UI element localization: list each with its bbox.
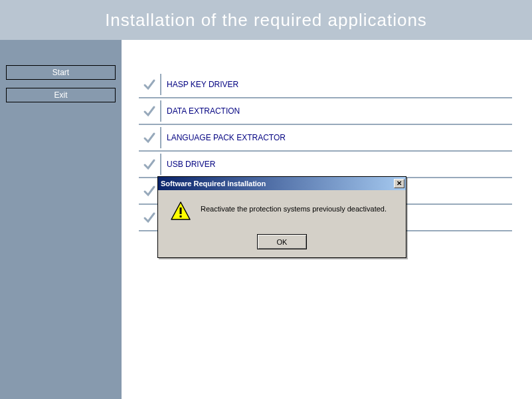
install-item-label: HASP KEY DRIVER [167, 80, 238, 89]
install-item: USB DRIVER [139, 152, 512, 178]
check-icon [139, 77, 160, 92]
check-icon [139, 130, 160, 145]
modal-titlebar[interactable]: Software Required installation ✕ [158, 177, 406, 190]
page-title: Installation of the required application… [105, 10, 427, 31]
install-item: HASP KEY DRIVER [139, 72, 512, 98]
install-item-label: DATA EXTRACTION [167, 106, 240, 116]
install-item-label: LANGUAGE PACK EXTRACTOR [167, 133, 286, 142]
ok-button[interactable]: OK [257, 234, 307, 249]
install-item: DATA EXTRACTION [139, 98, 512, 125]
close-icon[interactable]: ✕ [394, 179, 404, 188]
start-button[interactable]: Start [6, 65, 116, 80]
check-icon [139, 157, 160, 172]
svg-rect-0 [180, 207, 182, 214]
header: Installation of the required application… [0, 0, 532, 40]
modal-title: Software Required installation [161, 180, 266, 188]
install-item: LANGUAGE PACK EXTRACTOR [139, 125, 512, 152]
modal-body: Reactivate the protection systems previo… [158, 190, 406, 257]
sidebar: Start Exit [0, 40, 122, 399]
exit-button[interactable]: Exit [6, 88, 116, 102]
modal-dialog: Software Required installation ✕ Reactiv… [157, 176, 406, 258]
install-item-label: USB DRIVER [167, 160, 215, 169]
check-icon [139, 104, 160, 118]
modal-message: Reactivate the protection systems previo… [201, 201, 387, 213]
svg-rect-1 [180, 215, 182, 217]
warning-icon [170, 201, 191, 222]
